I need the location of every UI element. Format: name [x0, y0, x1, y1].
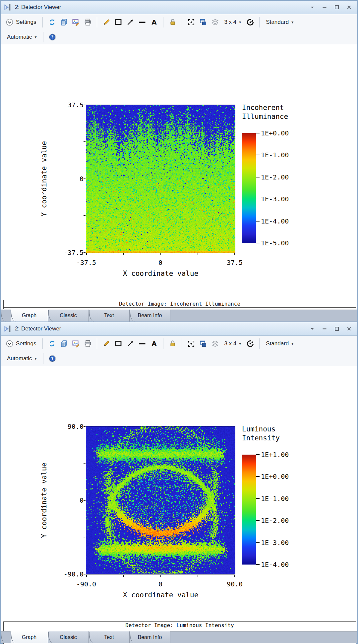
- line-annotate-icon[interactable]: [138, 339, 147, 348]
- minimize-button[interactable]: [321, 325, 328, 332]
- tab-text[interactable]: Text: [89, 631, 130, 643]
- toolbar-separator: [97, 338, 97, 349]
- refresh-icon[interactable]: [47, 339, 56, 348]
- settings-button[interactable]: Settings: [3, 338, 38, 349]
- layers-icon[interactable]: [210, 18, 219, 26]
- rectangle-annotate-icon[interactable]: [114, 339, 123, 348]
- axis-tick: [86, 575, 87, 577]
- help-icon[interactable]: ?: [48, 33, 57, 42]
- tab-label: Graph: [22, 634, 36, 640]
- tab-text[interactable]: Text: [89, 310, 130, 322]
- y-tick-label: 0: [50, 175, 84, 182]
- copy-window-icon[interactable]: [199, 18, 208, 26]
- print-icon[interactable]: [83, 18, 92, 26]
- minimize-button[interactable]: [321, 4, 328, 11]
- settings-label: Settings: [16, 340, 36, 347]
- axis-tick: [123, 575, 124, 577]
- help-icon[interactable]: ?: [48, 354, 57, 363]
- rotate-icon[interactable]: [246, 339, 255, 348]
- print-icon[interactable]: [83, 339, 92, 348]
- colorbar-tick: [256, 177, 260, 177]
- lock-icon[interactable]: [168, 18, 177, 26]
- window-menu-button[interactable]: [309, 4, 316, 11]
- toolbar-separator: [97, 17, 97, 27]
- colorbar-label: 1E-4.00: [261, 218, 304, 225]
- colorbar-label: 1E-3.00: [261, 195, 304, 203]
- text-annotate-icon[interactable]: A: [149, 18, 158, 26]
- copy-icon[interactable]: [59, 18, 68, 26]
- axis-tick: [84, 574, 86, 574]
- rectangle-annotate-icon[interactable]: [114, 18, 123, 26]
- grid-layout-label: 3 x 4: [224, 340, 236, 347]
- main-toolbar: Settings A 3 x 4 ▾ Standard ▾: [1, 14, 357, 30]
- copy-window-icon[interactable]: [199, 339, 208, 348]
- x-axis-title: X coordinate value: [86, 591, 235, 599]
- colormap-dropdown[interactable]: Standard ▾: [264, 339, 295, 348]
- refresh-icon[interactable]: [47, 18, 56, 26]
- maximize-button[interactable]: [333, 4, 340, 11]
- axis-tick: [160, 575, 161, 577]
- toolbar-separator: [163, 338, 163, 349]
- colorbar-label: 1E-2.00: [261, 517, 304, 524]
- tab-curve-decoration: [1, 310, 11, 322]
- svg-text:?: ?: [51, 34, 53, 39]
- scale-mode-dropdown[interactable]: Automatic ▾: [5, 33, 38, 41]
- window-controls: [309, 322, 353, 335]
- colormap-dropdown[interactable]: Standard ▾: [264, 18, 295, 26]
- titlebar[interactable]: 2: Detector Viewer: [1, 322, 357, 336]
- grid-layout-dropdown[interactable]: 3 x 4 ▾: [222, 18, 243, 26]
- fit-window-icon[interactable]: [187, 339, 196, 348]
- legend-title: LuminousIntensity: [242, 425, 280, 443]
- scale-mode-dropdown[interactable]: Automatic ▾: [5, 354, 38, 363]
- detector-viewer-app-icon: [4, 3, 12, 11]
- close-button[interactable]: [345, 4, 353, 11]
- detector-image-canvas[interactable]: [86, 105, 235, 253]
- chevron-down-circle-icon: [5, 18, 14, 26]
- detector-image-canvas[interactable]: [86, 426, 235, 574]
- tab-graph[interactable]: Graph: [11, 631, 48, 643]
- tab-classic[interactable]: Classic: [48, 310, 89, 322]
- colormap-label: Standard: [266, 19, 289, 25]
- pencil-annotate-icon[interactable]: [102, 339, 111, 348]
- caret-down-icon: ▾: [239, 20, 241, 25]
- save-image-icon[interactable]: [71, 339, 80, 348]
- tab-beam-info[interactable]: Beam Info: [130, 310, 170, 322]
- colorbar-label: 1E+0.00: [261, 473, 304, 480]
- graph-area: 90.0 0 -90.0 Y coordinate value -90.0 0 …: [1, 366, 357, 631]
- pencil-annotate-icon[interactable]: [102, 18, 111, 26]
- tab-beam-info[interactable]: Beam Info: [130, 631, 170, 643]
- axis-tick: [198, 575, 198, 577]
- rotate-icon[interactable]: [246, 18, 255, 26]
- copy-icon[interactable]: [59, 339, 68, 348]
- tab-graph[interactable]: Graph: [11, 310, 48, 322]
- fit-window-icon[interactable]: [187, 18, 196, 26]
- arrow-annotate-icon[interactable]: [126, 18, 135, 26]
- y-tick-label: -90.0: [50, 570, 84, 578]
- titlebar[interactable]: 2: Detector Viewer: [1, 1, 357, 14]
- colorbar-tick: [256, 520, 260, 521]
- tab-classic[interactable]: Classic: [48, 631, 89, 643]
- settings-button[interactable]: Settings: [3, 17, 38, 27]
- text-annotate-icon[interactable]: A: [149, 339, 158, 348]
- layers-icon[interactable]: [210, 339, 219, 348]
- toolbar-separator: [42, 338, 43, 349]
- maximize-button[interactable]: [333, 325, 340, 332]
- chevron-down-circle-icon: [5, 339, 14, 348]
- grid-layout-dropdown[interactable]: 3 x 4 ▾: [222, 339, 243, 348]
- lock-icon[interactable]: [168, 339, 177, 348]
- colorbar-tick: [256, 498, 260, 499]
- colorbar-label: 1E+1.00: [261, 451, 304, 458]
- x-tick-label: -90.0: [66, 580, 106, 588]
- tab-bar: Graph Classic Text Beam Info: [1, 631, 357, 643]
- line-annotate-icon[interactable]: [138, 18, 147, 26]
- colorbar-label: 1E-1.00: [261, 151, 304, 159]
- detector-viewer-window-1: 2: Detector Viewer Settings A 3 x 4: [0, 0, 358, 322]
- x-tick-label: 0: [141, 259, 180, 266]
- toolbar-separator: [42, 17, 43, 27]
- colorbar-tick: [256, 133, 260, 133]
- arrow-annotate-icon[interactable]: [126, 339, 135, 348]
- axis-tick: [198, 253, 198, 255]
- window-menu-button[interactable]: [309, 325, 316, 332]
- close-button[interactable]: [345, 325, 353, 332]
- save-image-icon[interactable]: [71, 18, 80, 26]
